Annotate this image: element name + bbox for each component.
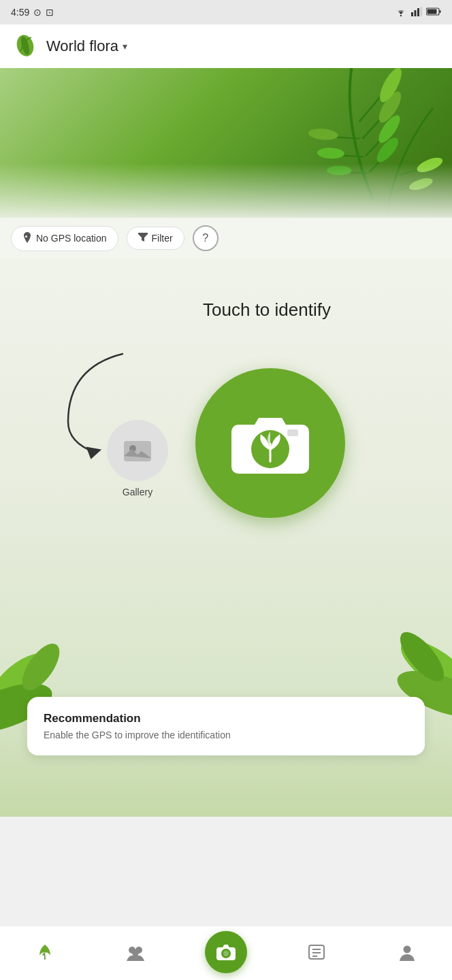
svg-rect-7 (440, 10, 441, 13)
bottom-navigation (0, 926, 452, 980)
battery-icon (426, 7, 441, 18)
signal-icon (411, 7, 422, 18)
svg-rect-1 (411, 12, 413, 16)
main-content: Touch to identify Gallery (0, 259, 452, 817)
svg-rect-6 (427, 10, 437, 14)
identify-section: Touch to identify (20, 299, 452, 327)
circle-icon: ⊙ (33, 7, 42, 18)
app-title: World flora (46, 37, 118, 55)
chevron-down-icon: ▾ (123, 41, 127, 52)
app-header: World flora ▾ (0, 24, 452, 68)
svg-rect-2 (415, 10, 417, 16)
leaf-nav-icon (35, 943, 54, 964)
hero-fade (0, 163, 452, 218)
time-display: 4:59 (11, 7, 29, 18)
svg-rect-20 (124, 441, 151, 461)
svg-rect-39 (230, 949, 233, 951)
camera-identify-button[interactable] (195, 368, 345, 518)
location-icon (22, 232, 32, 245)
list-icon (308, 943, 325, 964)
community-icon (125, 943, 146, 964)
svg-point-0 (400, 14, 402, 16)
recommendation-card: Recommendation Enable the GPS to improve… (27, 697, 425, 755)
gps-label: No GPS location (36, 233, 107, 244)
gps-location-button[interactable]: No GPS location (11, 226, 118, 251)
filter-button[interactable]: Filter (127, 227, 184, 250)
nav-item-journal[interactable] (271, 926, 361, 980)
save-icon: ⊡ (46, 7, 54, 18)
hero-banner (0, 68, 452, 218)
svg-rect-3 (417, 8, 419, 16)
svg-point-28 (393, 630, 452, 704)
svg-point-16 (308, 127, 338, 141)
header-title-area[interactable]: World flora ▾ (46, 37, 127, 55)
recommendation-title: Recommendation (44, 712, 408, 725)
svg-point-44 (403, 945, 410, 953)
nav-item-home[interactable] (0, 926, 91, 980)
filter-icon (138, 233, 148, 244)
svg-point-15 (317, 147, 345, 159)
gallery-button[interactable] (107, 420, 168, 481)
gallery-group: Gallery (107, 420, 168, 497)
svg-point-35 (132, 949, 139, 956)
nav-item-camera[interactable] (181, 926, 272, 980)
header-logo (12, 32, 38, 61)
svg-point-27 (15, 638, 66, 696)
camera-section: Gallery (0, 368, 452, 518)
recommendation-body: Enable the GPS to improve the identifica… (44, 730, 408, 740)
nav-camera-button[interactable] (205, 931, 247, 973)
nav-item-profile[interactable] (361, 926, 452, 980)
profile-icon (398, 943, 416, 964)
filter-bar: No GPS location Filter ? (0, 218, 452, 259)
touch-to-identify-label: Touch to identify (203, 299, 331, 321)
filter-label: Filter (152, 233, 173, 244)
status-bar: 4:59 ⊙ ⊡ (0, 0, 452, 24)
nav-item-community[interactable] (91, 926, 181, 980)
wifi-icon (395, 7, 407, 18)
svg-point-38 (223, 951, 229, 956)
svg-rect-24 (287, 429, 298, 436)
gallery-label: Gallery (123, 487, 152, 497)
svg-rect-4 (421, 7, 423, 16)
help-button[interactable]: ? (193, 225, 219, 251)
help-icon: ? (202, 232, 208, 244)
svg-point-30 (393, 625, 451, 688)
